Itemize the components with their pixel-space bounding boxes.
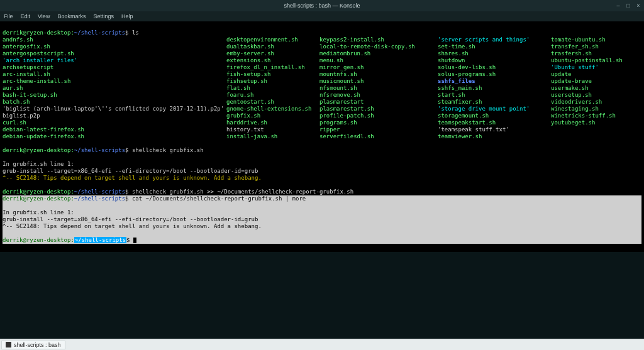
menu-help[interactable]: Help xyxy=(121,13,133,19)
more-output-code: grub-install --target=x86_64-efi --efi-d… xyxy=(3,216,258,222)
ls-entry: batch.sh xyxy=(3,99,226,106)
menu-view[interactable]: View xyxy=(38,13,50,19)
window-title: shell-scripts : bash — Konsole xyxy=(284,3,360,9)
ls-entry: harddrive.sh xyxy=(226,119,319,126)
prompt-cwd: ~/shell-scripts xyxy=(74,30,125,36)
taskbar-item-label: shell-scripts : bash xyxy=(14,342,61,348)
menu-settings[interactable]: Settings xyxy=(93,13,114,19)
ls-entry: update xyxy=(551,71,639,78)
more-output-line: In grubfix.sh line 1: xyxy=(3,209,74,216)
ls-column-2: desktopenvironment.shdualtaskbar.shemby-… xyxy=(226,36,319,140)
ls-entry: keypass2-install.sh xyxy=(319,36,438,43)
window-close-button[interactable]: × xyxy=(635,3,641,9)
window-maximize-button[interactable]: □ xyxy=(625,3,631,9)
menu-file[interactable]: File xyxy=(4,13,13,19)
ls-entry: mountnfs.sh xyxy=(319,71,438,78)
terminal-viewport[interactable]: derrik@ryzen-desktop:~/shell-scripts$ ls… xyxy=(0,21,644,252)
ls-entry: menu.sh xyxy=(319,57,438,64)
ls-entry: videodrivers.sh xyxy=(551,99,639,106)
terminal-icon xyxy=(6,342,11,347)
shellcheck-output-code: grub-install --target=x86_64-efi --efi-d… xyxy=(3,168,258,174)
ls-entry: update-brave xyxy=(551,78,639,85)
ls-entry: plasmarestart xyxy=(319,99,438,106)
ls-entry: bash-it-setup.sh xyxy=(3,92,226,99)
ls-entry: 'storage drive mount point' xyxy=(438,106,551,112)
ls-entry: debian-update-firefox.sh xyxy=(3,133,226,140)
ls-entry: 'teamspeak stuff.txt' xyxy=(438,126,551,133)
ls-entry: sshfs_main.sh xyxy=(438,85,551,92)
ls-entry: ubuntu-postinstall.sh xyxy=(551,57,639,64)
ls-entry: 'Ubuntu stuff' xyxy=(551,64,639,71)
ls-entry: curl.sh xyxy=(3,119,226,126)
ls-entry: teamspeakstart.sh xyxy=(438,119,551,126)
window-titlebar: shell-scripts : bash — Konsole – □ × xyxy=(0,0,644,11)
ls-entry: 'arch installer files' xyxy=(3,57,226,64)
menu-bookmarks[interactable]: Bookmarks xyxy=(57,13,86,19)
prompt-line: derrik@ryzen-desktop:~/shell-scripts$ sh… xyxy=(3,147,204,153)
menu-edit[interactable]: Edit xyxy=(21,13,31,19)
ls-entry: emby-server.sh xyxy=(226,50,319,57)
ls-entry: grubfix.sh xyxy=(226,112,319,119)
ls-entry: storagemount.sh xyxy=(438,112,551,119)
ls-entry: start.sh xyxy=(438,92,551,99)
ls-entry: fish-setup.sh xyxy=(226,71,319,78)
ls-entry: arc-theme-install.sh xyxy=(3,78,226,85)
ls-entry: shutdown xyxy=(438,57,551,64)
command-shellcheck-2: shellcheck grubfix.sh >> ~/Documents/she… xyxy=(132,189,353,195)
ls-entry: ripper xyxy=(319,126,438,133)
ls-entry: transfer_sh.sh xyxy=(551,43,639,50)
selection-block: derrik@ryzen-desktop:~/shell-scripts$ ca… xyxy=(3,195,641,244)
prompt-sigil: $ xyxy=(125,30,128,36)
ls-entry: programs.sh xyxy=(319,119,438,126)
ls-entry: nfsremove.sh xyxy=(319,92,438,99)
ls-entry: archsetupscript xyxy=(3,64,226,71)
more-output-warning: ^-- SC2148: Tips depend on target shell … xyxy=(3,223,262,229)
ls-entry: 'server scripts and things' xyxy=(438,36,551,43)
window-minimize-button[interactable]: – xyxy=(615,3,621,9)
prompt-user: derrik@ryzen-desktop xyxy=(3,30,70,36)
ls-entry: antergospostscript.sh xyxy=(3,50,226,57)
ls-entry: solus-dev-libs.sh xyxy=(438,64,551,71)
prompt-line: derrik@ryzen-desktop:~/shell-scripts$ ls xyxy=(3,30,139,36)
ls-entry: teamviewer.sh xyxy=(438,133,551,140)
ls-entry: aur.sh xyxy=(3,85,226,92)
ls-entry: serverfilesdl.sh xyxy=(319,133,438,140)
ls-entry: extensions.sh xyxy=(226,57,319,64)
ls-entry: nfsmount.sh xyxy=(319,85,438,92)
ls-entry: gentoostart.sh xyxy=(226,99,319,106)
ls-entry: shares.sh xyxy=(438,50,551,57)
ls-entry: firefox_dl_n_install.sh xyxy=(226,64,319,71)
command-shellcheck-1: shellcheck grubfix.sh xyxy=(132,147,204,153)
command-cat-more: cat ~/Documents/shellcheck-report-grubfi… xyxy=(132,195,306,202)
ls-entry: trasfersh.sh xyxy=(551,50,639,57)
prompt-cwd-highlighted: ~/shell-scripts xyxy=(74,237,126,243)
ls-column-1: andnfs.shantergosfix.shantergospostscrip… xyxy=(3,36,226,140)
ls-entry: mirror_gen.sh xyxy=(319,64,438,71)
ls-entry: tomate-ubuntu.sh xyxy=(551,36,639,43)
ls-entry: dualtaskbar.sh xyxy=(226,43,319,50)
ls-entry: biglist.p2p xyxy=(3,112,226,119)
taskbar: shell-scripts : bash xyxy=(0,339,644,350)
taskbar-item-konsole[interactable]: shell-scripts : bash xyxy=(1,341,65,349)
ls-entry: set-time.sh xyxy=(438,43,551,50)
ls-entry: winestaging.sh xyxy=(551,106,639,112)
ls-entry: debian-latest-firefox.sh xyxy=(3,126,226,133)
ls-entry: usersetup.sh xyxy=(551,92,639,99)
ls-entry: mediatombrun.sh xyxy=(319,50,438,57)
ls-entry: install-java.sh xyxy=(226,133,319,140)
ls-entry: winetricks-stuff.sh xyxy=(551,112,639,119)
ls-entry: history.txt xyxy=(226,126,319,133)
ls-output: andnfs.shantergosfix.shantergospostscrip… xyxy=(3,36,641,140)
ls-column-4: 'server scripts and things'set-time.shsh… xyxy=(438,36,551,140)
shellcheck-output-warning: ^-- SC2148: Tips depend on target shell … xyxy=(3,175,262,181)
ls-entry: flat.sh xyxy=(226,85,319,92)
ls-entry: youtubeget.sh xyxy=(551,119,639,126)
ls-entry: desktopenvironment.sh xyxy=(226,36,319,43)
ls-entry: solus-programs.sh xyxy=(438,71,551,78)
ls-entry: arc-install.sh xyxy=(3,71,226,78)
window-controls: – □ × xyxy=(615,3,641,9)
menubar: File Edit View Bookmarks Settings Help xyxy=(0,11,644,21)
ls-entry: steamfixer.sh xyxy=(438,99,551,106)
prompt-line: derrik@ryzen-desktop:~/shell-scripts$ sh… xyxy=(3,189,353,195)
cursor xyxy=(133,238,136,243)
